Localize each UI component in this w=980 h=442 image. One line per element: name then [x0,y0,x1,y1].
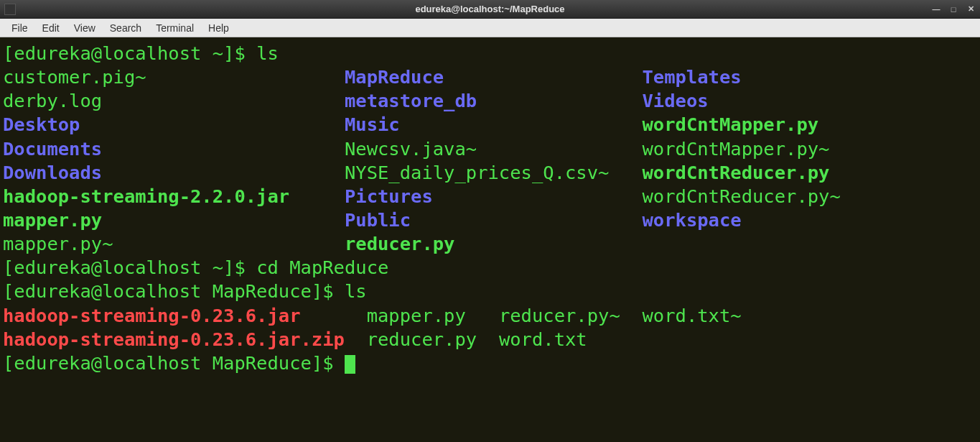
ls-item: Newcsv.java~ [345,138,477,160]
prompt-path: MapReduce [213,352,312,374]
close-button[interactable]: ✕ [964,4,977,15]
ls-item: reducer.py~ [499,305,620,326]
ls-item: wordCntReducer.py [642,162,829,183]
ls-item: Pictures [345,185,433,207]
ls-item: mapper.py [367,305,466,326]
ls-item: derby.log [3,90,102,111]
ls-item: Documents [3,138,102,160]
prompt-path: ~ [213,257,223,278]
menu-file[interactable]: File [4,21,35,35]
ls-item: wordCntMapper.py~ [642,138,829,160]
prompt-end: ]$ [223,257,256,278]
ls-item: hadoop-streaming-2.2.0.jar [3,185,289,207]
titlebar: edureka@localhost:~/MapReduce — □ ✕ [0,0,980,19]
prompt: [edureka@localhost [3,280,213,302]
ls-item: Videos [642,90,708,111]
ls-item: word.txt [499,328,587,350]
ls-item: Music [345,114,400,135]
prompt: [edureka@localhost [3,42,213,64]
ls-item: NYSE_daily_prices_Q.csv~ [345,162,609,183]
menubar: File Edit View Search Terminal Help [0,19,980,37]
terminal-app-icon [4,4,16,15]
ls-item: wordCntMapper.py [642,114,818,135]
menu-search[interactable]: Search [103,21,149,35]
command-text: ls [256,42,279,64]
ls-item: workspace [642,209,741,231]
ls-item: reducer.py [367,328,477,350]
prompt: [edureka@localhost [3,257,213,278]
window-title: edureka@localhost:~/MapReduce [415,4,564,14]
menu-view[interactable]: View [67,21,103,35]
ls-item: Desktop [3,114,80,135]
prompt: [edureka@localhost [3,352,213,374]
menu-terminal[interactable]: Terminal [149,21,201,35]
prompt-end: ]$ [223,42,256,64]
maximize-button[interactable]: □ [947,4,960,15]
ls-item: Downloads [3,162,102,183]
ls-item: Templates [642,66,741,88]
prompt-end: ]$ [312,352,345,374]
ls-item: MapReduce [345,66,444,88]
prompt-path: ~ [213,42,223,64]
ls-item: hadoop-streaming-0.23.6.jar.zip [3,328,345,350]
ls-item: Public [345,209,411,231]
command-text: cd MapReduce [256,257,388,278]
ls-item: reducer.py [345,233,455,254]
ls-item: mapper.py~ [3,233,113,254]
terminal-output[interactable]: [edureka@localhost ~]$ lscustomer.pig~ M… [0,37,980,379]
cursor [345,355,355,374]
ls-item: customer.pig~ [3,66,146,88]
ls-item: word.txt~ [642,305,741,326]
menu-help[interactable]: Help [201,21,236,35]
prompt-path: MapReduce [213,280,312,302]
minimize-button[interactable]: — [930,4,943,15]
command-text: ls [345,280,367,302]
ls-item: wordCntReducer.py~ [642,185,840,207]
ls-item: metastore_db [345,90,477,111]
window-controls: — □ ✕ [930,4,977,15]
ls-item: hadoop-streaming-0.23.6.jar [3,305,301,326]
ls-item: mapper.py [3,209,102,231]
prompt-end: ]$ [312,280,345,302]
menu-edit[interactable]: Edit [35,21,67,35]
